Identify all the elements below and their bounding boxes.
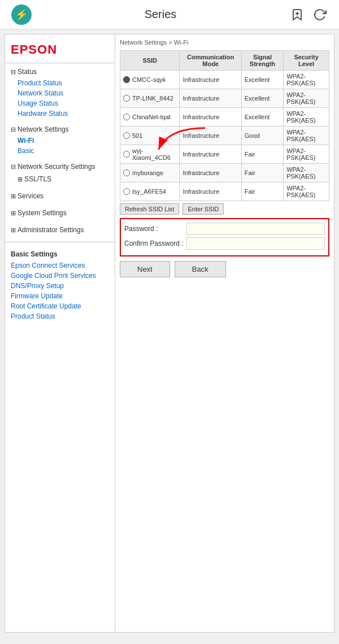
sidebar-security-header[interactable]: Network Security Settings — [5, 160, 115, 173]
cell-security: WPA2-PSK(AES) — [284, 108, 329, 127]
password-section: Password : Confirm Password : — [120, 218, 329, 256]
cell-mode: Infrastructure — [180, 127, 241, 145]
app-title: Series — [145, 8, 177, 21]
cell-ssid[interactable]: tsy_A6FE54 — [120, 182, 180, 201]
ssid-text: ChinaNet-tqat — [132, 114, 171, 120]
back-button[interactable]: Back — [175, 261, 226, 277]
cell-security: WPA2-PSK(AES) — [284, 182, 329, 201]
cell-mode: Infrastructure — [180, 89, 241, 108]
sidebar-divider — [5, 242, 115, 242]
sidebar-system-section: System Settings — [5, 204, 115, 221]
radio-button[interactable] — [123, 169, 130, 176]
cell-ssid[interactable]: TP-LINK_8442 — [120, 89, 180, 108]
radio-button[interactable] — [123, 114, 130, 120]
password-row: Password : — [124, 223, 325, 235]
enter-ssid-button[interactable]: Enter SSID — [182, 203, 224, 215]
cell-signal: Fair — [241, 182, 283, 201]
ssid-text: CMCC-sqyk — [132, 76, 166, 83]
sidebar-security-section: Network Security Settings SSL/TLS — [5, 158, 115, 188]
sidebar-item-google-cloud[interactable]: Google Cloud Print Services — [5, 271, 115, 281]
cell-ssid[interactable]: ChinaNet-tqat — [120, 108, 180, 127]
cell-ssid[interactable]: 501 — [120, 127, 180, 145]
cell-ssid[interactable]: CMCC-sqyk — [120, 71, 180, 89]
cell-signal: Excellent — [241, 71, 283, 89]
sidebar-item-basic[interactable]: Basic — [5, 146, 115, 156]
table-row[interactable]: TP-LINK_8442InfrastructureExcellentWPA2-… — [120, 89, 329, 108]
sidebar-item-network-status[interactable]: Network Status — [5, 88, 115, 98]
cell-mode: Infrastructure — [180, 145, 241, 164]
cell-security: WPA2-PSK(AES) — [284, 127, 329, 145]
col-header-security: Security Level — [284, 51, 329, 71]
cell-signal: Excellent — [241, 89, 283, 108]
cell-signal: Excellent — [241, 108, 283, 127]
sidebar-item-root-cert[interactable]: Root Certificate Update — [5, 301, 115, 311]
sidebar-item-epson-connect[interactable]: Epson Connect Services — [5, 260, 115, 271]
ssid-text: tsy_A6FE54 — [132, 188, 166, 195]
sidebar-item-wifi[interactable]: Wi-Fi — [5, 136, 115, 146]
table-row[interactable]: CMCC-sqykInfrastructureExcellentWPA2-PSK… — [120, 71, 329, 89]
sidebar-system-header[interactable]: System Settings — [5, 207, 115, 219]
bookmark-icon[interactable] — [289, 7, 305, 23]
sidebar-status-section: Status Product Status Network Status Usa… — [5, 63, 115, 121]
sidebar-services-section: Services — [5, 188, 115, 204]
radio-button[interactable] — [123, 76, 130, 83]
cell-signal: Fair — [241, 164, 283, 182]
sidebar-item-firmware[interactable]: Firmware Update — [5, 291, 115, 301]
sidebar-ssl-header[interactable]: SSL/TLS — [13, 173, 115, 185]
sidebar-item-product-status[interactable]: Product Status — [5, 78, 115, 88]
password-label: Password : — [124, 225, 186, 233]
sidebar-network-section: Network Settings Wi-Fi Basic — [5, 121, 115, 158]
sidebar-item-product-status2[interactable]: Product Status — [5, 311, 115, 321]
top-bar: ⚡ Series — [0, 0, 339, 29]
table-row[interactable]: tsy_A6FE54InfrastructureFairWPA2-PSK(AES… — [120, 182, 329, 201]
radio-button[interactable] — [123, 188, 130, 195]
refresh-ssid-button[interactable]: Refresh SSID List — [120, 203, 179, 215]
col-header-ssid: SSID — [120, 51, 180, 71]
cell-signal: Good — [241, 127, 283, 145]
refresh-icon[interactable] — [312, 7, 328, 23]
sidebar: EPSON Status Product Status Network Stat… — [5, 34, 115, 632]
sidebar-admin-section: Administrator Settings — [5, 221, 115, 238]
sidebar-services-header[interactable]: Services — [5, 190, 115, 202]
main-container: EPSON Status Product Status Network Stat… — [5, 34, 334, 633]
sidebar-admin-header[interactable]: Administrator Settings — [5, 224, 115, 236]
sidebar-network-header[interactable]: Network Settings — [5, 123, 115, 136]
radio-button[interactable] — [123, 132, 130, 139]
table-row[interactable]: myborangeInfrastructureFairWPA2-PSK(AES) — [120, 164, 329, 182]
sidebar-status-header[interactable]: Status — [5, 66, 115, 78]
ssid-text: myborange — [132, 169, 163, 176]
cell-ssid[interactable]: wyj-Xiaomi_4CD6 — [120, 145, 180, 164]
sidebar-item-dns-proxy[interactable]: DNS/Proxy Setup — [5, 281, 115, 291]
sidebar-item-hardware-status[interactable]: Hardware Status — [5, 108, 115, 119]
cell-mode: Infrastructure — [180, 71, 241, 89]
col-header-mode: Communication Mode — [180, 51, 241, 71]
app-icon: ⚡ — [11, 5, 32, 25]
next-button[interactable]: Next — [120, 261, 170, 277]
cell-security: WPA2-PSK(AES) — [284, 89, 329, 108]
table-row[interactable]: 501InfrastructureGoodWPA2-PSK(AES) — [120, 127, 329, 145]
sidebar-item-usage-status[interactable]: Usage Status — [5, 98, 115, 108]
cell-ssid[interactable]: myborange — [120, 164, 180, 182]
action-row: Refresh SSID List Enter SSID — [120, 203, 329, 215]
radio-button[interactable] — [123, 151, 130, 158]
col-header-signal: Signal Strength — [241, 51, 283, 71]
brand-logo: EPSON — [5, 39, 115, 63]
cell-mode: Infrastructure — [180, 182, 241, 201]
wifi-table: SSID Communication Mode Signal Strength … — [120, 50, 329, 201]
confirm-password-label: Confirm Password : — [124, 240, 186, 247]
table-row[interactable]: wyj-Xiaomi_4CD6InfrastructureFairWPA2-PS… — [120, 145, 329, 164]
top-bar-icons — [289, 7, 328, 23]
radio-button[interactable] — [123, 95, 130, 102]
sidebar-basic-settings-section: Basic Settings Epson Connect Services Go… — [5, 246, 115, 324]
cell-security: WPA2-PSK(AES) — [284, 164, 329, 182]
confirm-password-row: Confirm Password : — [124, 237, 325, 250]
cell-security: WPA2-PSK(AES) — [284, 145, 329, 164]
content-area: Network Settings > Wi-Fi SSID Communicat… — [115, 34, 334, 632]
sidebar-basic-settings-header: Basic Settings — [5, 248, 115, 260]
confirm-password-input[interactable] — [186, 237, 325, 250]
ssid-text: wyj-Xiaomi_4CD6 — [132, 147, 176, 161]
cell-mode: Infrastructure — [180, 108, 241, 127]
table-row[interactable]: ChinaNet-tqatInfrastructureExcellentWPA2… — [120, 108, 329, 127]
password-input[interactable] — [186, 223, 325, 235]
breadcrumb: Network Settings > Wi-Fi — [120, 39, 329, 46]
